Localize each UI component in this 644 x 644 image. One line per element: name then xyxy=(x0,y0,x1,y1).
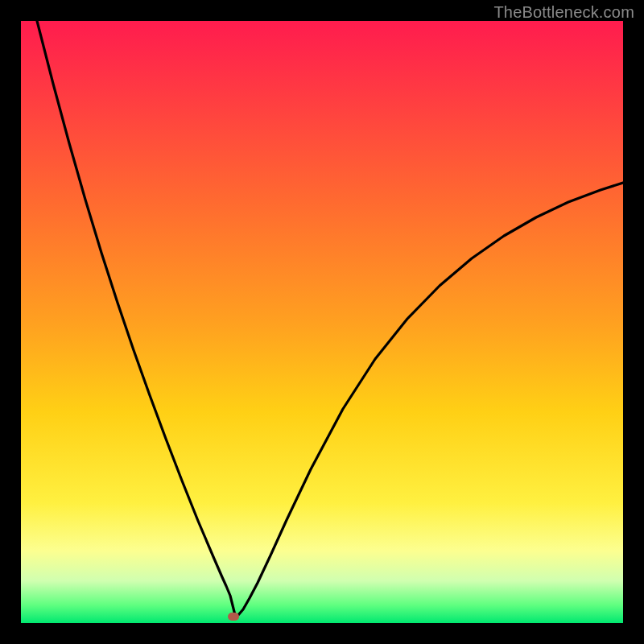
chart-curve-svg xyxy=(21,21,623,623)
watermark-text: TheBottleneck.com xyxy=(493,3,634,22)
chart-frame xyxy=(21,21,623,623)
chart-curve xyxy=(37,21,623,615)
chart-marker-dot xyxy=(228,613,239,621)
